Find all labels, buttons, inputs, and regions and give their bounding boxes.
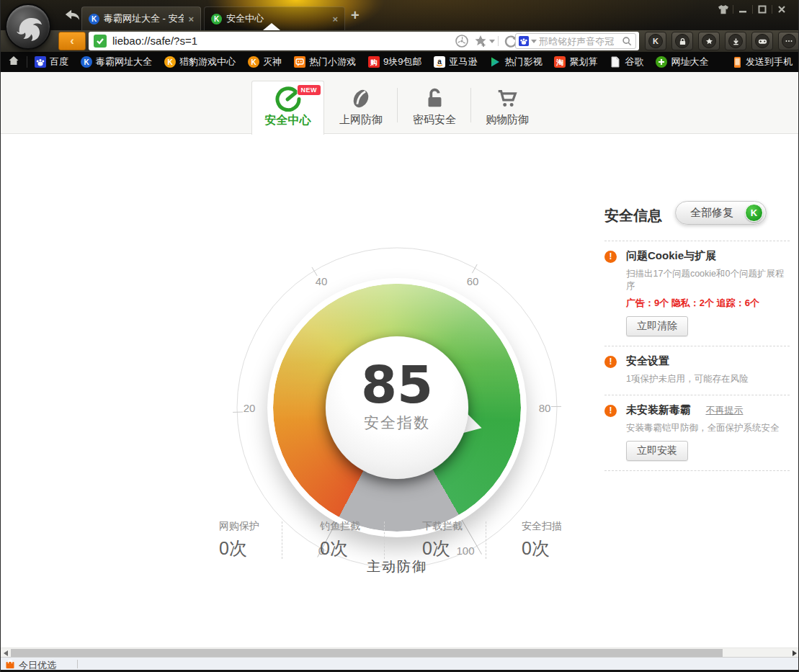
svg-text:K: K <box>251 58 256 66</box>
address-bar[interactable]: liebao://safe/?s=1 <box>89 32 639 50</box>
home-icon[interactable] <box>8 55 19 69</box>
stat-security-scan: 安全扫描 0次 <box>522 520 562 560</box>
active-tab-caret <box>263 23 280 30</box>
svg-text:a: a <box>438 58 442 66</box>
bookmark-baidu[interactable]: 百度 <box>35 55 68 68</box>
security-center-favicon: K <box>211 14 222 24</box>
add-favorite-star-icon[interactable] <box>473 34 488 48</box>
browser-tab-dubba[interactable]: K 毒霸网址大全 - 安全... × <box>81 6 201 30</box>
gou-shopping-icon: 购 <box>368 56 380 68</box>
panel-title: 安全信息 <box>604 206 662 225</box>
security-settings-section: ! 安全设置 1项保护未启用，可能存在风险 <box>604 346 790 395</box>
tab-web-defense[interactable]: 上网防御 <box>325 81 397 133</box>
rewind-back-icon[interactable] <box>63 7 81 23</box>
bookmark-9kuai9[interactable]: 购 9块9包邮 <box>368 55 421 68</box>
bookmark-juhuasuan[interactable]: 淘 聚划算 <box>554 55 597 68</box>
bookmark-hot-games[interactable]: 热门小游戏 <box>294 55 356 68</box>
divider <box>498 36 499 46</box>
games-button[interactable] <box>751 32 773 50</box>
url-text[interactable]: liebao://safe/?s=1 <box>112 35 197 47</box>
tab-security-center[interactable]: NEW 安全中心 <box>251 81 324 135</box>
tab-close-icon[interactable]: × <box>188 14 194 24</box>
divider <box>77 660 78 668</box>
minimize-button[interactable] <box>733 3 752 16</box>
new-tab-button[interactable]: + <box>351 8 360 22</box>
downloads-button[interactable] <box>725 32 746 50</box>
tao-icon: 淘 <box>554 56 566 68</box>
baidu-search-engine-icon[interactable] <box>519 36 529 46</box>
play-triangle-icon <box>489 56 501 68</box>
gauge-center-disc: 85 安全指数 <box>326 336 468 479</box>
scrollbar-thumb[interactable] <box>11 649 723 657</box>
star-icon <box>702 34 716 48</box>
svg-text:淘: 淘 <box>555 58 563 66</box>
svg-text:购: 购 <box>370 58 378 66</box>
magnifier-icon[interactable] <box>622 36 632 46</box>
bookmark-mieshen[interactable]: K 灭神 <box>248 55 282 68</box>
divider <box>282 521 282 559</box>
liebao-browser-menu-logo[interactable] <box>5 4 51 50</box>
favorites-star-button[interactable] <box>698 32 720 50</box>
close-button[interactable] <box>772 3 791 16</box>
horizontal-scrollbar[interactable] <box>1 648 799 657</box>
gauge-tick-60: 60 <box>467 275 479 287</box>
bookmark-hot-video[interactable]: 热门影视 <box>489 55 542 68</box>
skin-theme-icon[interactable] <box>714 3 733 16</box>
scroll-right-arrow-icon[interactable] <box>793 650 797 656</box>
page-content: NEW 安全中心 上网防御 密码安全 购物防御 <box>1 72 799 648</box>
padlock-icon <box>422 86 447 114</box>
gauge-tick-80: 80 <box>539 402 551 414</box>
site-safe-check-icon <box>94 35 107 48</box>
more-menu-button[interactable] <box>778 32 799 50</box>
stat-shopping-protection: 网购保护 0次 <box>219 520 259 560</box>
duba-k-icon: K <box>81 56 92 68</box>
fix-all-button[interactable]: 全部修复 K <box>675 201 767 225</box>
green-plus-circle-icon <box>656 56 667 68</box>
bookmark-dubba[interactable]: K 毒霸网址大全 <box>81 55 152 68</box>
duba-not-installed-section: ! 未安装新毒霸 不再提示 安装毒霸铠甲防御，全面保护系统安全 立即安装 <box>604 395 790 471</box>
install-now-button[interactable]: 立即安装 <box>626 441 688 461</box>
favorite-dropdown-icon[interactable] <box>489 40 495 43</box>
back-button[interactable]: ‹ <box>58 32 86 50</box>
svg-text:K: K <box>167 58 173 66</box>
fan-accelerator-icon[interactable] <box>455 34 469 48</box>
tab-close-icon[interactable]: × <box>332 14 338 24</box>
search-box[interactable] <box>515 33 636 49</box>
duba-k-badge-icon: K <box>745 204 763 222</box>
shopping-cart-icon <box>495 86 519 114</box>
tab-password-security[interactable]: 密码安全 <box>398 81 470 133</box>
gamepad-icon <box>755 34 769 48</box>
clean-now-button[interactable]: 立即清除 <box>626 316 688 336</box>
search-input[interactable] <box>539 36 620 47</box>
window-controls <box>714 3 791 16</box>
bookmarks-overflow-chevron[interactable]: » <box>687 56 692 67</box>
download-arrow-icon <box>728 34 743 48</box>
privacy-lock-button[interactable] <box>671 32 693 50</box>
dont-remind-link[interactable]: 不再提示 <box>705 405 743 416</box>
status-bar: 今日优选 <box>1 657 799 670</box>
send-to-phone-button[interactable]: 发送到手机 <box>733 52 793 72</box>
bookmark-google[interactable]: 谷歌 <box>610 55 643 68</box>
divider <box>486 521 486 559</box>
tab-title: 毒霸网址大全 - 安全... <box>104 12 184 25</box>
bookmark-site-nav[interactable]: 网址大全 <box>656 55 708 68</box>
bookmark-liebao-games[interactable]: K 猎豹游戏中心 <box>164 55 236 68</box>
divider <box>27 56 27 68</box>
bookmarks-bar: 百度 K 毒霸网址大全 K 猎豹游戏中心 K 灭神 热门小游戏 购 9块9包邮 … <box>1 52 799 72</box>
maximize-button[interactable] <box>753 3 772 16</box>
duba-k-button[interactable]: K <box>645 32 666 50</box>
bookmark-amazon[interactable]: a 亚马逊 <box>434 55 477 68</box>
lock-icon <box>675 34 689 48</box>
svg-text:K: K <box>84 58 89 66</box>
titlebar: K 毒霸网址大全 - 安全... × K 安全中心 × + <box>1 0 799 30</box>
browser-tabstrip: K 毒霸网址大全 - 安全... × K 安全中心 × <box>81 6 345 30</box>
address-row: ‹ liebao://safe/?s=1 <box>1 30 799 52</box>
scroll-left-arrow-icon[interactable] <box>4 650 8 656</box>
search-engine-dropdown-icon[interactable] <box>531 40 537 43</box>
stat-phishing-block: 钓鱼拦截 0次 <box>320 520 360 560</box>
dubba-favicon: K <box>89 14 99 24</box>
baidu-paw-icon <box>35 56 46 68</box>
stat-download-block: 下载拦截 0次 <box>422 520 463 560</box>
toolbar-buttons: K <box>645 32 799 50</box>
tab-shopping-defense[interactable]: 购物防御 <box>471 81 543 133</box>
